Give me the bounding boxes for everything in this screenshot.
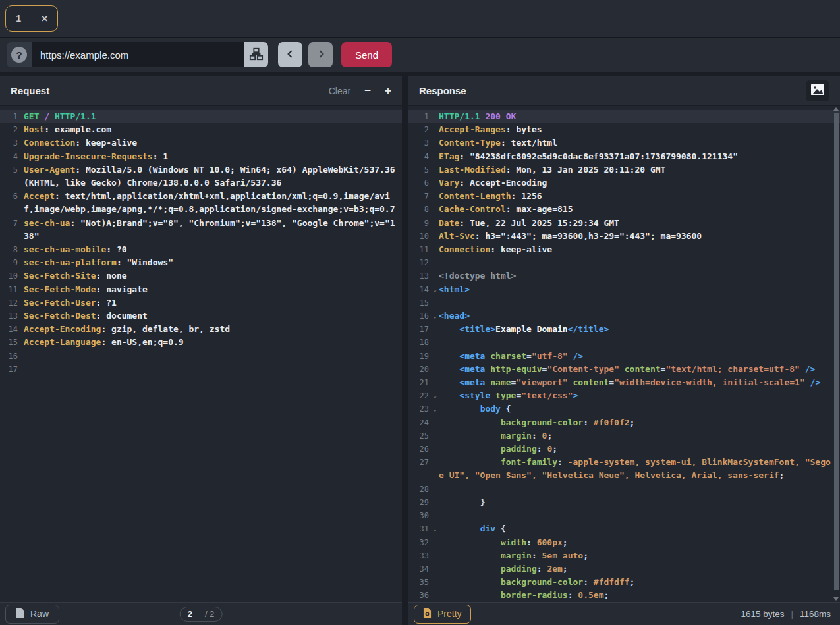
request-title: Request [11, 85, 49, 96]
code-line[interactable]: 15Accept-Language: en-US,en;q=0.9 [0, 336, 402, 349]
code-line[interactable]: 7sec-ch-ua: "Not)A;Brand";v="8", "Chromi… [0, 217, 402, 243]
code-line[interactable]: 25 margin: 0; [408, 429, 840, 443]
fold-icon[interactable]: ⌄ [434, 406, 437, 412]
render-image-button[interactable] [806, 80, 829, 101]
code-line[interactable]: 24 background-color: #f0f0f2; [408, 416, 840, 429]
send-button[interactable]: Send [341, 42, 392, 67]
line-number: 25 [408, 429, 439, 443]
scrollbar-thumb[interactable] [834, 113, 839, 590]
response-scrollbar[interactable] [833, 107, 839, 601]
code-line[interactable]: 1HTTP/1.1 200 OK [408, 110, 840, 123]
response-editor[interactable]: 1HTTP/1.1 200 OK2Accept-Ranges: bytes3Co… [408, 110, 840, 602]
code-line[interactable]: 13Sec-Fetch-Dest: document [0, 310, 402, 323]
code-line[interactable]: 34 padding: 2em; [408, 562, 840, 576]
code-line[interactable]: 2Host: example.com [0, 123, 402, 136]
code-line[interactable]: 16 [0, 350, 402, 363]
tab-close-icon[interactable]: ✕ [32, 6, 58, 31]
code-line[interactable]: 6Accept: text/html,application/xhtml+xml… [0, 190, 402, 216]
code-line[interactable]: 35 background-color: #fdfdff; [408, 576, 840, 589]
history-forward-button[interactable] [308, 42, 333, 67]
line-number: 31⌄ [408, 522, 439, 535]
code-line[interactable]: 32 width: 600px; [408, 536, 840, 549]
code-line[interactable]: 26 padding: 0; [408, 443, 840, 456]
request-pagination: 2 / 2 [180, 607, 223, 622]
code-line[interactable]: 11Sec-Fetch-Mode: navigate [0, 283, 402, 296]
code-line[interactable]: 3Content-Type: text/html [408, 136, 840, 149]
code-line[interactable]: 6Vary: Accept-Encoding [408, 177, 840, 190]
code-line[interactable]: 31⌄ div { [408, 522, 840, 535]
code-line[interactable]: 17 [0, 363, 402, 376]
clear-button[interactable]: Clear [329, 86, 350, 96]
code-line[interactable]: 15 [408, 296, 840, 310]
code-line[interactable]: 12Sec-Fetch-User: ?1 [0, 296, 402, 310]
line-number: 29 [408, 496, 439, 509]
fold-icon[interactable]: ⌄ [434, 393, 437, 399]
code-line[interactable]: 33 margin: 5em auto; [408, 549, 840, 562]
code-line[interactable]: 12 [408, 256, 840, 269]
code-line[interactable]: 8sec-ch-ua-mobile: ?0 [0, 243, 402, 256]
scroll-down-icon[interactable] [833, 597, 839, 601]
response-stats: 1615 bytes | 1168ms [741, 609, 835, 619]
code-line[interactable]: 14Accept-Encoding: gzip, deflate, br, zs… [0, 323, 402, 336]
code-line[interactable]: 5User-Agent: Mozilla/5.0 (Windows NT 10.… [0, 163, 402, 190]
help-icon: ? [11, 47, 27, 63]
toolbar: ? [0, 38, 840, 72]
code-line[interactable]: 2Accept-Ranges: bytes [408, 123, 840, 136]
code-line[interactable]: 14⌄<html> [408, 283, 840, 296]
code-line[interactable]: 11Connection: keep-alive [408, 243, 840, 256]
decrease-font-button[interactable]: − [364, 84, 371, 97]
tab-label[interactable]: 1 [6, 6, 32, 31]
code-line[interactable]: 16⌄<head> [408, 310, 840, 323]
request-editor[interactable]: 1GET / HTTP/1.12Host: example.com3Connec… [0, 106, 402, 602]
page-current-input[interactable]: 2 [188, 609, 192, 619]
fold-icon[interactable]: ⌄ [434, 526, 437, 532]
fold-icon[interactable]: ⌄ [434, 313, 437, 319]
code-line[interactable]: 10Alt-Svc: h3=":443"; ma=93600,h3-29=":4… [408, 230, 840, 243]
tab-bar: 1 ✕ [0, 0, 840, 38]
code-line[interactable]: 8Cache-Control: max-age=815 [408, 203, 840, 216]
history-back-button[interactable] [278, 42, 302, 67]
raw-toggle-button[interactable]: Raw [5, 605, 59, 624]
sitemap-button[interactable] [244, 42, 268, 67]
line-number: 18 [408, 336, 439, 349]
code-line[interactable]: 9sec-ch-ua-platform: "Windows" [0, 256, 402, 269]
url-input[interactable] [32, 42, 244, 67]
code-line[interactable]: 21 <meta name="viewport" content="width=… [408, 376, 840, 389]
code-line[interactable]: 10Sec-Fetch-Site: none [0, 269, 402, 283]
line-number: 20 [408, 363, 439, 376]
code-line[interactable]: 30 [408, 509, 840, 522]
code-line[interactable]: 1GET / HTTP/1.1 [0, 110, 402, 123]
code-line[interactable]: 4Upgrade-Insecure-Requests: 1 [0, 150, 402, 163]
code-line[interactable]: 4ETag: "84238dfc8092e5d9c0dac8ef93371a07… [408, 150, 840, 163]
code-line[interactable]: 28 [408, 483, 840, 496]
code-line[interactable]: 22⌄ <style type="text/css"> [408, 389, 840, 402]
response-time: 1168ms [800, 609, 831, 619]
replay-tab[interactable]: 1 ✕ [5, 5, 58, 32]
main-area: Request Clear − + 1GET / HTTP/1.12Host: … [0, 72, 840, 625]
increase-font-button[interactable]: + [385, 84, 391, 97]
code-line[interactable]: 5Last-Modified: Mon, 13 Jan 2025 20:11:2… [408, 163, 840, 177]
code-line[interactable]: 7Content-Length: 1256 [408, 190, 840, 203]
page-total-label: / 2 [205, 609, 214, 619]
code-line[interactable]: 9Date: Tue, 22 Jul 2025 15:29:34 GMT [408, 217, 840, 230]
code-line[interactable]: 27 font-family: -apple-system, system-ui… [408, 456, 840, 482]
code-line[interactable]: 19 <meta charset="utf-8" /> [408, 350, 840, 363]
code-line[interactable]: 36 border-radius: 0.5em; [408, 589, 840, 602]
fold-icon[interactable]: ⌄ [434, 286, 437, 293]
pretty-toggle-button[interactable]: Pretty [414, 605, 471, 624]
line-number: 1 [408, 110, 439, 123]
scroll-up-icon[interactable] [833, 107, 839, 111]
line-number: 9 [0, 256, 24, 269]
code-line[interactable]: 3Connection: keep-alive [0, 136, 402, 149]
line-number: 8 [0, 243, 24, 256]
code-line[interactable]: 17 <title>Example Domain</title> [408, 323, 840, 336]
code-line[interactable]: 23⌄ body { [408, 402, 840, 416]
connection-info-button[interactable]: ? [7, 42, 32, 67]
line-number: 11 [408, 243, 439, 256]
code-line[interactable]: 13<!doctype html> [408, 269, 840, 283]
line-number: 2 [408, 123, 439, 136]
line-number: 21 [408, 376, 439, 389]
code-line[interactable]: 29 } [408, 496, 840, 509]
code-line[interactable]: 18 [408, 336, 840, 349]
code-line[interactable]: 20 <meta http-equiv="Content-type" conte… [408, 363, 840, 376]
